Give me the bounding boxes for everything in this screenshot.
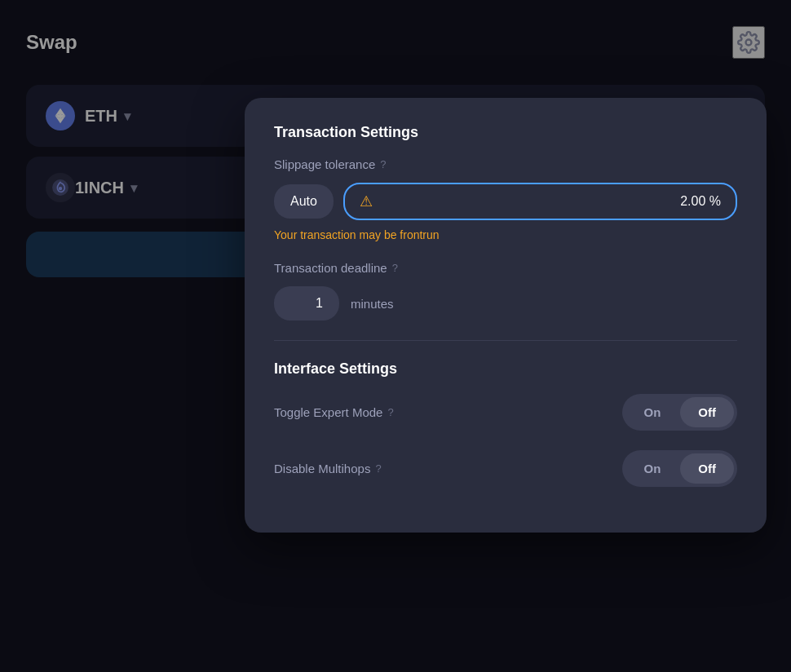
multihops-label: Disable Multihops ? bbox=[274, 462, 382, 475]
slippage-controls: Auto ⚠ 2.00 % bbox=[274, 183, 737, 220]
deadline-controls: 1 minutes bbox=[274, 286, 737, 321]
expert-mode-on-button[interactable]: On bbox=[625, 397, 678, 427]
multihops-help-icon[interactable]: ? bbox=[375, 462, 381, 475]
multihops-off-button[interactable]: Off bbox=[680, 453, 734, 484]
settings-panel: Transaction Settings Slippage tolerance … bbox=[245, 98, 767, 533]
section-divider bbox=[274, 340, 737, 341]
deadline-setting: Transaction deadline ? 1 minutes bbox=[274, 261, 737, 321]
deadline-help-icon[interactable]: ? bbox=[392, 262, 398, 274]
slippage-label: Slippage tolerance ? bbox=[274, 157, 737, 171]
slippage-help-icon[interactable]: ? bbox=[380, 158, 386, 170]
expert-mode-help-icon[interactable]: ? bbox=[387, 406, 393, 418]
slippage-setting: Slippage tolerance ? Auto ⚠ 2.00 % Your … bbox=[274, 157, 737, 241]
deadline-unit: minutes bbox=[351, 297, 394, 311]
slippage-input-wrap[interactable]: ⚠ 2.00 % bbox=[343, 183, 737, 220]
slippage-value: 2.00 % bbox=[381, 194, 721, 209]
multihops-toggle: On Off bbox=[622, 450, 737, 487]
expert-mode-off-button[interactable]: Off bbox=[680, 397, 734, 427]
multihops-row: Disable Multihops ? On Off bbox=[274, 450, 737, 487]
interface-section-title: Interface Settings bbox=[274, 360, 737, 378]
expert-mode-label: Toggle Expert Mode ? bbox=[274, 405, 394, 419]
frontrun-warning: Your transaction may be frontrun bbox=[274, 228, 737, 241]
deadline-label: Transaction deadline ? bbox=[274, 261, 737, 275]
transaction-section-title: Transaction Settings bbox=[274, 124, 737, 141]
auto-slippage-button[interactable]: Auto bbox=[274, 184, 334, 219]
multihops-on-button[interactable]: On bbox=[625, 453, 678, 484]
warning-icon: ⚠ bbox=[360, 192, 373, 210]
expert-mode-toggle: On Off bbox=[622, 394, 737, 431]
deadline-value[interactable]: 1 bbox=[274, 286, 339, 321]
expert-mode-row: Toggle Expert Mode ? On Off bbox=[274, 394, 737, 431]
